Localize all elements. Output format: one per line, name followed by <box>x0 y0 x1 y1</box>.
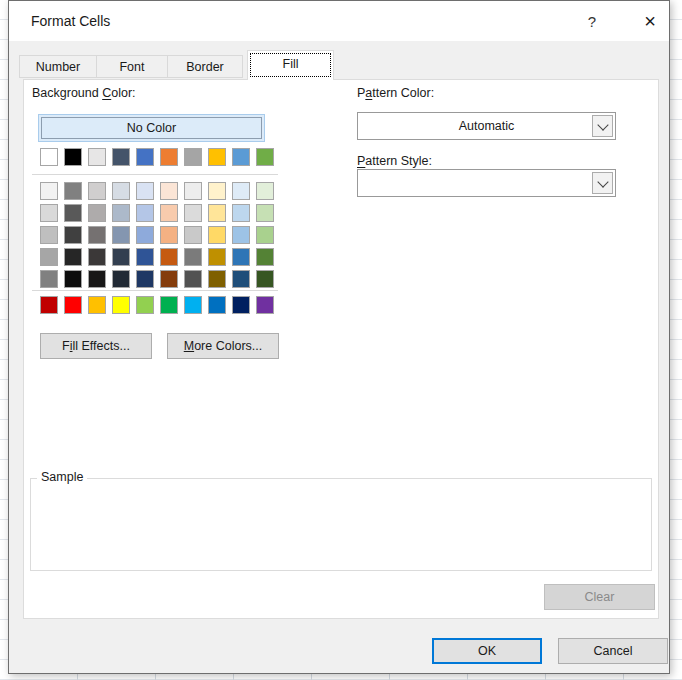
color-swatch[interactable] <box>64 148 82 166</box>
color-swatch[interactable] <box>160 204 178 222</box>
cancel-button[interactable]: Cancel <box>558 638 668 664</box>
color-swatch[interactable] <box>232 226 250 244</box>
palette-separator <box>32 290 278 291</box>
color-swatch[interactable] <box>184 148 202 166</box>
color-swatch[interactable] <box>40 248 58 266</box>
color-swatch[interactable] <box>40 148 58 166</box>
theme-color-row <box>40 148 274 166</box>
color-swatch[interactable] <box>88 248 106 266</box>
color-swatch[interactable] <box>256 148 274 166</box>
color-swatch[interactable] <box>136 296 154 314</box>
color-swatch[interactable] <box>112 270 130 288</box>
color-swatch[interactable] <box>40 226 58 244</box>
color-swatch[interactable] <box>64 270 82 288</box>
color-swatch[interactable] <box>88 204 106 222</box>
color-swatch[interactable] <box>64 182 82 200</box>
pattern-style-dropdown[interactable] <box>357 169 616 197</box>
color-swatch[interactable] <box>136 270 154 288</box>
color-swatch[interactable] <box>232 182 250 200</box>
color-swatch[interactable] <box>88 270 106 288</box>
color-swatch[interactable] <box>256 296 274 314</box>
color-swatch[interactable] <box>136 204 154 222</box>
color-swatch[interactable] <box>184 296 202 314</box>
color-swatch[interactable] <box>232 148 250 166</box>
color-swatch[interactable] <box>184 204 202 222</box>
title-bar[interactable]: Format Cells ? × <box>9 1 669 41</box>
color-swatch[interactable] <box>136 182 154 200</box>
color-swatch[interactable] <box>88 182 106 200</box>
color-swatch[interactable] <box>112 226 130 244</box>
color-swatch[interactable] <box>88 296 106 314</box>
color-swatch[interactable] <box>160 248 178 266</box>
color-swatch[interactable] <box>184 270 202 288</box>
color-swatch[interactable] <box>136 226 154 244</box>
color-swatch[interactable] <box>208 204 226 222</box>
color-swatch[interactable] <box>112 248 130 266</box>
color-swatch[interactable] <box>160 270 178 288</box>
color-swatch[interactable] <box>136 248 154 266</box>
variant-color-row <box>40 204 274 222</box>
color-swatch[interactable] <box>112 204 130 222</box>
tab-number[interactable]: Number <box>19 55 97 78</box>
color-swatch[interactable] <box>136 148 154 166</box>
color-swatch[interactable] <box>112 182 130 200</box>
color-swatch[interactable] <box>208 226 226 244</box>
color-swatch[interactable] <box>208 182 226 200</box>
pattern-style-dropdown-button[interactable] <box>592 172 613 194</box>
fill-effects-button[interactable]: Fill Effects... <box>40 333 152 359</box>
color-swatch[interactable] <box>160 296 178 314</box>
color-swatch[interactable] <box>112 296 130 314</box>
color-swatch[interactable] <box>184 182 202 200</box>
color-swatch[interactable] <box>232 296 250 314</box>
tab-font[interactable]: Font <box>96 55 168 78</box>
color-swatch[interactable] <box>184 226 202 244</box>
ok-button[interactable]: OK <box>432 638 542 664</box>
color-swatch[interactable] <box>256 182 274 200</box>
color-swatch[interactable] <box>256 270 274 288</box>
help-button[interactable]: ? <box>573 1 611 41</box>
color-swatch[interactable] <box>232 270 250 288</box>
no-color-button[interactable]: No Color <box>38 114 265 142</box>
color-swatch[interactable] <box>88 148 106 166</box>
pattern-color-label: Pattern Color: <box>357 86 434 100</box>
color-swatch[interactable] <box>112 148 130 166</box>
color-swatch[interactable] <box>160 182 178 200</box>
close-icon: × <box>644 10 656 33</box>
clear-label: Clear <box>585 590 615 604</box>
clear-button[interactable]: Clear <box>544 584 655 610</box>
color-swatch[interactable] <box>40 270 58 288</box>
pattern-color-dropdown[interactable]: Automatic <box>357 112 616 140</box>
color-swatch[interactable] <box>160 148 178 166</box>
pattern-style-value <box>358 170 615 196</box>
tab-border[interactable]: Border <box>167 55 243 78</box>
color-swatch[interactable] <box>208 296 226 314</box>
color-swatch[interactable] <box>232 248 250 266</box>
more-colors-label: More Colors... <box>184 339 263 353</box>
color-swatch[interactable] <box>40 296 58 314</box>
tab-fill[interactable]: Fill <box>247 50 334 80</box>
color-swatch[interactable] <box>208 248 226 266</box>
chevron-down-icon <box>597 119 608 130</box>
variant-color-row <box>40 248 274 266</box>
color-swatch[interactable] <box>64 204 82 222</box>
color-swatch[interactable] <box>256 204 274 222</box>
color-swatch[interactable] <box>232 204 250 222</box>
color-swatch[interactable] <box>256 226 274 244</box>
variant-color-row <box>40 270 274 288</box>
color-swatch[interactable] <box>64 248 82 266</box>
ok-label: OK <box>478 644 496 658</box>
color-swatch[interactable] <box>88 226 106 244</box>
color-swatch[interactable] <box>64 226 82 244</box>
color-swatch[interactable] <box>40 204 58 222</box>
pattern-style-label: Pattern Style: <box>357 154 432 168</box>
close-button[interactable]: × <box>629 1 671 41</box>
color-swatch[interactable] <box>64 296 82 314</box>
pattern-color-dropdown-button[interactable] <box>592 115 613 137</box>
more-colors-button[interactable]: More Colors... <box>167 333 279 359</box>
color-swatch[interactable] <box>160 226 178 244</box>
color-swatch[interactable] <box>208 148 226 166</box>
color-swatch[interactable] <box>256 248 274 266</box>
color-swatch[interactable] <box>184 248 202 266</box>
color-swatch[interactable] <box>208 270 226 288</box>
color-swatch[interactable] <box>40 182 58 200</box>
